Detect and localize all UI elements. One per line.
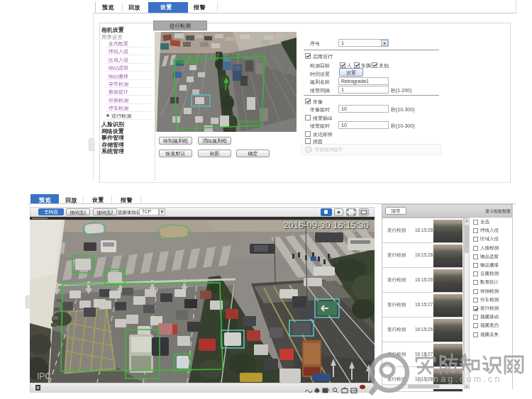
svg-text:Retrograde1: Retrograde1 [237, 119, 263, 125]
svg-text:Retrograde1: Retrograde1 [175, 60, 203, 65]
svg-text:IPC: IPC [37, 371, 51, 381]
svg-text:2016-09-30 16:15:30: 2016-09-30 16:15:30 [283, 220, 369, 230]
